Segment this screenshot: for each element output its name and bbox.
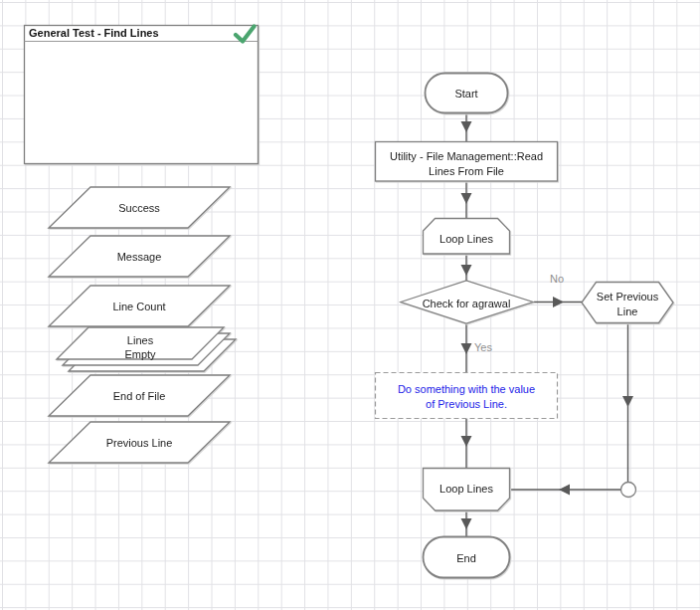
process-diagram-canvas: General Test - Find Lines Success Messag… xyxy=(0,0,700,610)
calc-label-line1: Set Previous xyxy=(597,291,659,303)
arrowhead-left-icon xyxy=(559,485,570,496)
start-label: Start xyxy=(454,88,477,100)
decision-label: Check for agrawal xyxy=(423,298,511,309)
note-shape[interactable] xyxy=(376,373,558,419)
data-item-success[interactable]: Success xyxy=(49,187,230,228)
arrowhead-down-icon xyxy=(461,265,472,276)
arrowhead-down-icon xyxy=(622,396,633,407)
loop-start-label: Loop Lines xyxy=(439,233,493,245)
end-label: End xyxy=(456,552,476,564)
arrowhead-down-icon xyxy=(461,193,472,204)
link-calc-to-connector[interactable] xyxy=(622,323,633,483)
data-item-label: End of File xyxy=(113,390,166,402)
process-info-box[interactable]: General Test - Find Lines xyxy=(25,26,259,164)
arrowhead-down-icon xyxy=(461,436,472,447)
stage-loop-end[interactable]: Loop Lines xyxy=(424,469,510,511)
arrowhead-down-icon xyxy=(461,121,472,132)
collection-status: Empty xyxy=(124,348,156,360)
stage-loop-start[interactable]: Loop Lines xyxy=(424,219,510,255)
stage-start[interactable]: Start xyxy=(426,74,508,113)
action-label-line1: Utility - File Management::Read xyxy=(390,150,543,162)
arrowhead-down-icon xyxy=(461,343,472,354)
link-connector-to-loop-end[interactable] xyxy=(510,485,620,496)
collection-lines[interactable]: Lines Empty xyxy=(57,327,236,371)
branch-yes-label: Yes xyxy=(474,341,492,353)
data-item-label: Previous Line xyxy=(106,437,173,449)
note-text-line1: Do something with the value xyxy=(398,383,535,395)
data-item-label: Line Count xyxy=(112,301,165,312)
collection-label: Lines xyxy=(127,334,154,346)
note-block[interactable]: Do something with the value of Previous … xyxy=(376,373,558,419)
link-decision-yes-to-note[interactable]: Yes xyxy=(461,323,493,372)
link-start-to-action[interactable] xyxy=(461,112,472,141)
link-action-to-loop-start[interactable] xyxy=(461,181,472,218)
stage-end[interactable]: End xyxy=(424,537,510,578)
stage-action-read-lines[interactable]: Utility - File Management::Read Lines Fr… xyxy=(376,142,558,182)
note-text-line2: of Previous Line. xyxy=(426,398,507,410)
link-note-to-loop-end[interactable] xyxy=(461,419,472,468)
stage-decision[interactable]: Check for agrawal xyxy=(401,281,533,323)
data-item-label: Success xyxy=(118,202,160,214)
data-item-end-of-file[interactable]: End of File xyxy=(49,375,230,416)
data-item-message[interactable]: Message xyxy=(49,236,230,277)
loopback-connector-node[interactable] xyxy=(621,483,636,498)
stage-calc-set-previous-line[interactable]: Set Previous Line xyxy=(582,283,673,323)
link-decision-no-to-calc[interactable]: No xyxy=(534,273,582,307)
loop-end-label: Loop Lines xyxy=(439,483,493,495)
data-item-previous-line[interactable]: Previous Line xyxy=(49,422,230,463)
process-info-body[interactable] xyxy=(25,26,259,164)
arrowhead-right-icon xyxy=(553,297,564,307)
process-title: General Test - Find Lines xyxy=(29,27,159,39)
data-item-line-count[interactable]: Line Count xyxy=(49,286,230,326)
link-loop-start-to-decision[interactable] xyxy=(461,254,472,281)
diagram-layer: General Test - Find Lines Success Messag… xyxy=(0,0,700,610)
action-label-line2: Lines From File xyxy=(429,165,504,177)
arrowhead-down-icon xyxy=(461,518,472,529)
calc-label-line2: Line xyxy=(617,305,638,317)
link-loop-end-to-end[interactable] xyxy=(461,510,472,536)
data-item-label: Message xyxy=(117,251,162,263)
branch-no-label: No xyxy=(550,273,564,285)
